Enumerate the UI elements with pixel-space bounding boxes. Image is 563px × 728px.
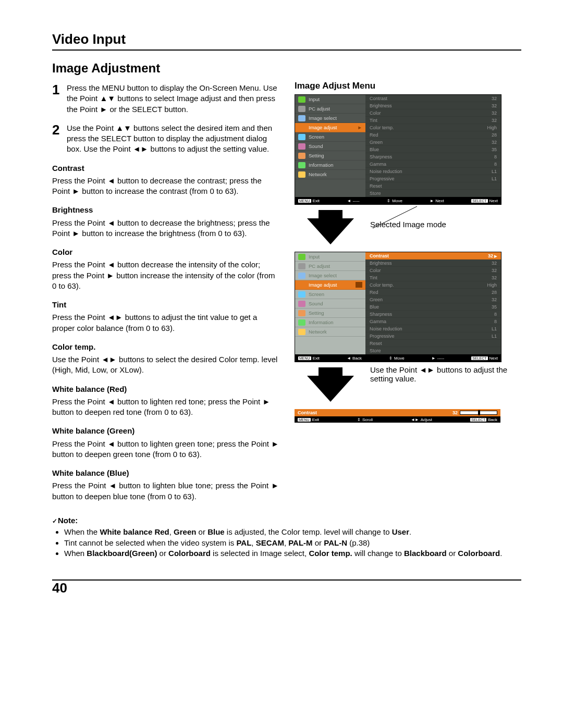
- contrast-control-bar: Contrast 32: [295, 409, 500, 416]
- contrast-heading: Contrast: [52, 163, 279, 174]
- note-2: Tint cannot be selected when the video s…: [64, 538, 521, 548]
- menu-right-color[interactable]: Color32: [365, 267, 501, 274]
- wb-green-heading: White balance (Green): [52, 426, 279, 436]
- menu-right-color-temp-[interactable]: Color temp.High: [365, 124, 501, 131]
- menu-right-noise-reduction[interactable]: Noise reductionL1: [365, 325, 501, 332]
- menu-screenshot-2: InputPC adjustImage selectImage adjust◄S…: [295, 252, 501, 362]
- menu-right-red[interactable]: Red28: [365, 131, 501, 139]
- tint-heading: Tint: [52, 300, 279, 310]
- menu-left-screen[interactable]: Screen: [295, 290, 365, 299]
- menu-left-network[interactable]: Network: [295, 170, 365, 179]
- menu-left-information[interactable]: Information: [295, 318, 365, 327]
- menu-right-gamma[interactable]: Gamma8: [365, 161, 501, 168]
- contrast-text: Press the Point ◄ button to decrease the…: [52, 176, 279, 197]
- left-column: 1 Press the MENU button to display the O…: [52, 81, 279, 504]
- menu-footer-2: MENUExit ◄Back ⇕Move ►----- SELECTNext: [295, 354, 501, 362]
- footer-rule: [52, 579, 521, 581]
- menu-right-noise-reduction[interactable]: Noise reductionL1: [365, 168, 501, 175]
- menu-right-color-temp-[interactable]: Color temp.High: [365, 281, 501, 289]
- note-1: When the White balance Red, Green or Blu…: [64, 527, 521, 537]
- menu-left-network[interactable]: Network: [295, 327, 365, 337]
- down-arrow-head-icon: [307, 218, 354, 244]
- menu-left-sound[interactable]: Sound: [295, 142, 365, 151]
- color-heading: Color: [52, 247, 279, 257]
- menu-right-sharpness[interactable]: Sharpness8: [365, 153, 501, 161]
- callout-line-icon: [368, 205, 435, 231]
- menu-right-brightness[interactable]: Brightness32: [365, 260, 501, 267]
- menu-right-blue[interactable]: Blue35: [365, 146, 501, 153]
- page-title: Image Adjustment: [52, 61, 521, 76]
- menu-right-store[interactable]: Store: [365, 347, 501, 354]
- menu-right-color[interactable]: Color32: [365, 109, 501, 117]
- step-num-1: 1: [52, 81, 67, 99]
- step-text-2: Use the Point ▲▼ buttons select the desi…: [67, 121, 279, 155]
- control-footer: MENUExit ⇕Scroll ◄►Adjust SELECTBack: [295, 416, 500, 423]
- menu-right-progressive[interactable]: ProgressiveL1: [365, 175, 501, 182]
- menu-left-input[interactable]: Input: [295, 252, 365, 262]
- menu-right-tint[interactable]: Tint32: [365, 274, 501, 281]
- down-arrow-head-icon-2: [307, 376, 354, 402]
- page-number: 40: [52, 580, 67, 596]
- menu-left-pc-adjust[interactable]: PC adjust: [295, 104, 365, 114]
- menu-left-image-adjust[interactable]: Image adjust◄: [295, 280, 365, 290]
- color-text: Press the Point ◄ button decrease the in…: [52, 260, 279, 291]
- color-temp-text: Use the Point ◄► buttons to select the d…: [52, 354, 279, 376]
- menu-screenshot-1: InputPC adjustImage selectImage adjust►S…: [295, 94, 501, 205]
- menu-right-progressive[interactable]: ProgressiveL1: [365, 332, 501, 340]
- menu-footer-1: MENUExit ◄----- ⇕Move ►Next SELECTNext: [295, 197, 501, 204]
- menu-right-sharpness[interactable]: Sharpness8: [365, 311, 501, 318]
- note-heading: Note:: [52, 515, 521, 526]
- step-1: 1 Press the MENU button to display the O…: [52, 81, 279, 115]
- menu-right-store[interactable]: Store: [365, 190, 501, 197]
- brightness-text: Press the Point ◄ button to decrease the…: [52, 218, 279, 239]
- menu-right-reset[interactable]: Reset: [365, 182, 501, 190]
- wb-blue-heading: White balance (Blue): [52, 468, 279, 478]
- menu-left-pc-adjust[interactable]: PC adjust: [295, 262, 365, 271]
- menu-right-green[interactable]: Green32: [365, 296, 501, 303]
- menu-left-screen[interactable]: Screen: [295, 132, 365, 142]
- menu-left-image-select[interactable]: Image select: [295, 271, 365, 280]
- menu-right-brightness[interactable]: Brightness32: [365, 102, 501, 109]
- brightness-heading: Brightness: [52, 205, 279, 215]
- menu-right-tint[interactable]: Tint32: [365, 117, 501, 124]
- menu-right-red[interactable]: Red28: [365, 289, 501, 296]
- adjust-tip-text: Use the Point ◄► buttons to adjust the s…: [370, 364, 521, 383]
- right-column: Image Adjust Menu InputPC adjustImage se…: [295, 81, 521, 504]
- menu-right-reset[interactable]: Reset: [365, 340, 501, 347]
- notes-section: Note: When the White balance Red, Green …: [52, 515, 521, 559]
- menu-left-setting[interactable]: Setting: [295, 309, 365, 318]
- wb-red-heading: White balance (Red): [52, 384, 279, 394]
- menu-right-contrast[interactable]: Contrast32: [365, 252, 501, 260]
- wb-red-text: Press the Point ◄ button to lighten red …: [52, 397, 279, 418]
- note-3: When Blackboard(Green) or Colorboard is …: [64, 548, 521, 559]
- menu-left-setting[interactable]: Setting: [295, 151, 365, 161]
- wb-blue-text: Press the Point ◄ button to lighten blue…: [52, 480, 279, 502]
- menu-left-image-adjust[interactable]: Image adjust►: [295, 123, 365, 132]
- menu-left-information[interactable]: Information: [295, 161, 365, 170]
- menu-right-green[interactable]: Green32: [365, 139, 501, 146]
- step-num-2: 2: [52, 121, 67, 139]
- step-2: 2 Use the Point ▲▼ buttons select the de…: [52, 121, 279, 155]
- image-adjust-menu-title: Image Adjust Menu: [295, 81, 521, 91]
- step-text-1: Press the MENU button to display the On-…: [67, 81, 279, 115]
- svg-line-0: [373, 206, 417, 228]
- control-value: 32: [452, 410, 458, 415]
- menu-left-image-select[interactable]: Image select: [295, 114, 365, 123]
- menu-left-input[interactable]: Input: [295, 95, 365, 104]
- menu-left-sound[interactable]: Sound: [295, 299, 365, 309]
- down-arrow-icon-2: [319, 367, 342, 376]
- down-arrow-icon: [319, 210, 342, 218]
- control-label: Contrast: [298, 410, 317, 415]
- section-title: Video Input: [52, 31, 521, 51]
- color-temp-heading: Color temp.: [52, 342, 279, 352]
- wb-green-text: Press the Point ◄ button to lighten gree…: [52, 439, 279, 460]
- menu-right-blue[interactable]: Blue35: [365, 303, 501, 311]
- menu-right-contrast[interactable]: Contrast32: [365, 95, 501, 102]
- tint-text: Press the Point ◄► buttons to adjust the…: [52, 312, 279, 334]
- menu-right-gamma[interactable]: Gamma8: [365, 318, 501, 325]
